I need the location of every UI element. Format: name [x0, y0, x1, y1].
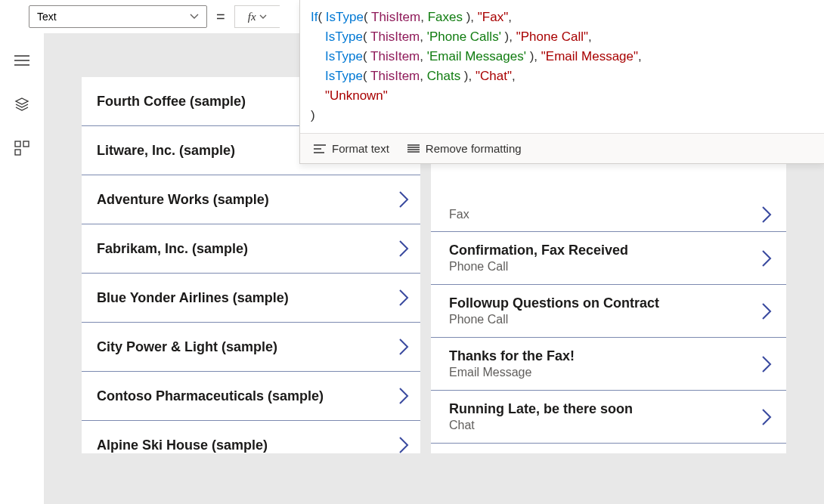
format-text-label: Format text — [332, 142, 389, 155]
equals-sign: = — [216, 8, 225, 26]
remove-formatting-button[interactable]: Remove formatting — [407, 142, 522, 155]
chevron-right-icon — [398, 287, 410, 308]
list-item[interactable]: Contoso Pharmaceuticals (sample) — [82, 372, 420, 421]
list-item-kind: Chat — [449, 419, 633, 432]
chevron-right-icon — [398, 189, 410, 210]
hamburger-icon[interactable] — [14, 53, 29, 68]
list-item[interactable]: Adventure Works (sample) — [82, 175, 420, 224]
components-icon[interactable] — [14, 141, 29, 156]
svg-rect-0 — [15, 141, 20, 147]
list-item-subject: Confirmation, Fax Received — [449, 243, 628, 258]
list-item-title: Blue Yonder Airlines (sample) — [97, 290, 289, 306]
format-text-icon — [314, 144, 326, 154]
list-item[interactable]: Alpine Ski House (sample) — [82, 421, 420, 453]
chevron-right-icon — [760, 248, 773, 269]
list-item[interactable]: Confirmation, Fax ReceivedPhone Call — [431, 232, 786, 285]
list-item[interactable]: City Power & Light (sample) — [82, 323, 420, 372]
chevron-down-icon — [259, 14, 267, 20]
chevron-right-icon — [398, 238, 410, 259]
chevron-right-icon — [760, 407, 773, 428]
list-item-subject: Running Late, be there soon — [449, 401, 633, 417]
chevron-right-icon — [760, 354, 773, 375]
chevron-right-icon — [398, 336, 410, 357]
list-item-title: Fourth Coffee (sample) — [97, 94, 246, 110]
fx-label: fx — [248, 11, 256, 23]
list-item-title: Adventure Works (sample) — [97, 192, 269, 208]
property-selector[interactable]: Text — [29, 5, 207, 28]
chevron-down-icon — [190, 14, 199, 20]
remove-formatting-icon — [407, 144, 420, 154]
svg-rect-1 — [23, 141, 29, 147]
formula-editor[interactable]: If( IsType( ThisItem, Faxes ), "Fax", Is… — [300, 0, 824, 133]
chevron-right-icon — [760, 301, 773, 322]
chevron-right-icon — [398, 434, 410, 453]
list-item[interactable]: Running Late, be there soonChat — [431, 391, 786, 444]
property-selector-value: Text — [37, 11, 57, 23]
list-item[interactable]: Fax — [431, 204, 786, 232]
list-item[interactable]: Followup Questions on ContractPhone Call — [431, 285, 786, 338]
list-item[interactable]: Fabrikam, Inc. (sample) — [82, 224, 420, 274]
format-text-button[interactable]: Format text — [314, 142, 389, 155]
remove-formatting-label: Remove formatting — [426, 142, 522, 155]
layers-icon[interactable] — [14, 97, 29, 112]
svg-rect-2 — [15, 150, 20, 155]
list-item-title: City Power & Light (sample) — [97, 339, 277, 355]
chevron-right-icon — [398, 385, 410, 407]
list-item-subject: Thanks for the Fax! — [449, 348, 575, 364]
list-item-title: Fabrikam, Inc. (sample) — [97, 241, 248, 257]
list-item-kind: Phone Call — [449, 313, 659, 326]
chevron-right-icon — [760, 204, 773, 225]
list-item-title: Contoso Pharmaceuticals (sample) — [97, 388, 324, 404]
fx-button[interactable]: fx — [234, 5, 280, 28]
list-item[interactable]: Blue Yonder Airlines (sample) — [82, 274, 420, 323]
list-item-kind: Phone Call — [449, 260, 628, 274]
list-item-title: Alpine Ski House (sample) — [97, 438, 268, 453]
formula-toolbar: Format text Remove formatting — [300, 133, 824, 163]
formula-editor-panel: If( IsType( ThisItem, Faxes ), "Fax", Is… — [299, 0, 824, 164]
list-item-subject: Followup Questions on Contract — [449, 295, 659, 311]
list-item-kind: Fax — [449, 208, 469, 221]
list-item-kind: Email Message — [449, 366, 575, 379]
list-item-title: Litware, Inc. (sample) — [97, 143, 235, 159]
left-nav-rail — [0, 0, 44, 504]
list-item[interactable]: Thanks for the Fax!Email Message — [431, 338, 786, 391]
